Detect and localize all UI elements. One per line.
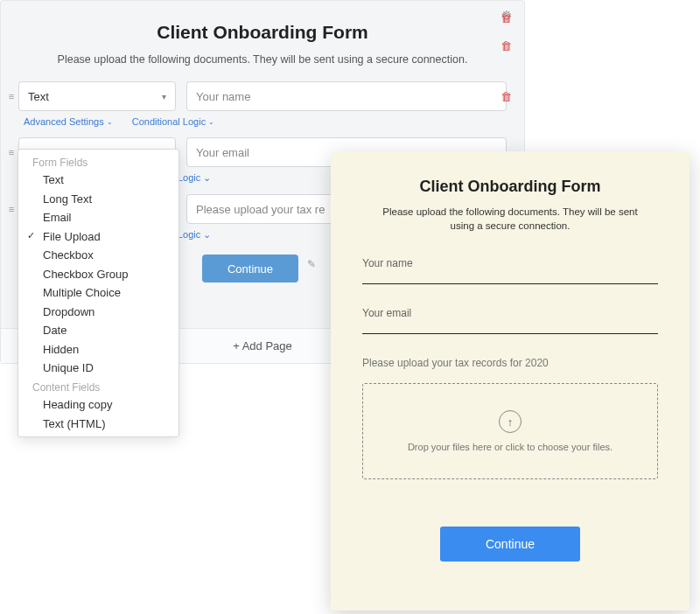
trash-icon[interactable]: 🗑	[500, 90, 512, 103]
chevron-down-icon: ⌄	[203, 172, 211, 183]
continue-button[interactable]: Continue	[202, 255, 298, 283]
pencil-icon[interactable]: ✎	[307, 258, 316, 270]
drag-handle-icon[interactable]: ≡	[1, 147, 18, 157]
form-title[interactable]: Client Onboarding Form	[1, 22, 524, 43]
form-preview-panel: Client Onboarding Form Please upload the…	[331, 151, 690, 611]
name-field-label: Your name	[362, 257, 658, 269]
dropdown-item[interactable]: Checkbox	[18, 246, 178, 265]
form-description[interactable]: Please upload the following documents. T…	[1, 53, 524, 66]
conditional-logic-link[interactable]: Logic ⌄	[178, 229, 211, 240]
upload-arrow-icon: ↑	[499, 410, 522, 433]
dropdown-item[interactable]: Date	[18, 321, 178, 340]
dropzone-text: Drop your files here or click to choose …	[408, 442, 612, 452]
drag-handle-icon[interactable]: ≡	[1, 91, 18, 101]
trash-icon[interactable]: 🗑	[500, 39, 512, 52]
preview-subtitle: Please upload the following documents. T…	[379, 205, 641, 233]
conditional-logic-link[interactable]: Logic ⌄	[178, 172, 211, 183]
dropdown-item[interactable]: Text	[18, 171, 178, 190]
caret-icon: ▾	[162, 92, 166, 101]
chevron-down-icon: ⌄	[208, 118, 214, 126]
advanced-settings-link[interactable]: Advanced Settings⌄	[24, 116, 113, 127]
dropdown-item[interactable]: File Upload	[18, 227, 178, 247]
field-type-select[interactable]: Text ▾	[18, 81, 176, 111]
preview-title: Client Onboarding Form	[362, 178, 658, 196]
dropdown-item[interactable]: Text (HTML)	[18, 415, 178, 434]
dropdown-group-label: Form Fields	[18, 153, 178, 171]
dropdown-item[interactable]: Email	[18, 208, 178, 227]
chevron-down-icon: ⌄	[203, 229, 211, 240]
field-type-dropdown: Form Fields Text Long Text Email File Up…	[18, 149, 179, 437]
email-input[interactable]	[362, 333, 658, 334]
dropdown-item[interactable]: Hidden	[18, 340, 178, 359]
field-label-input[interactable]: Your name	[186, 81, 507, 111]
dropdown-group-label: Content Fields	[18, 378, 178, 395]
field-row: ≡ Text ▾ Your name 🗑 🗑 🗑	[1, 81, 524, 111]
email-field-label: Your email	[362, 307, 658, 319]
file-dropzone[interactable]: ↑ Drop your files here or click to choos…	[362, 383, 658, 479]
upload-field-label: Please upload your tax records for 2020	[362, 357, 658, 369]
dropdown-item[interactable]: Checkbox Group	[18, 265, 178, 284]
name-input[interactable]	[362, 283, 658, 284]
preview-continue-button[interactable]: Continue	[440, 527, 580, 562]
chevron-down-icon: ⌄	[107, 118, 113, 126]
field-type-value: Text	[28, 90, 49, 103]
dropdown-item[interactable]: Multiple Choice	[18, 283, 178, 303]
dropdown-item[interactable]: Long Text	[18, 190, 178, 209]
drag-handle-icon[interactable]: ≡	[1, 204, 18, 214]
conditional-logic-link[interactable]: Conditional Logic⌄	[132, 116, 214, 127]
field-options: Advanced Settings⌄ Conditional Logic⌄	[1, 111, 524, 137]
dropdown-item[interactable]: Unique ID	[18, 359, 178, 378]
dropdown-item[interactable]: Heading copy	[18, 395, 178, 415]
dropdown-item[interactable]: Dropdown	[18, 303, 178, 322]
trash-icon[interactable]: 🗑	[500, 11, 512, 24]
